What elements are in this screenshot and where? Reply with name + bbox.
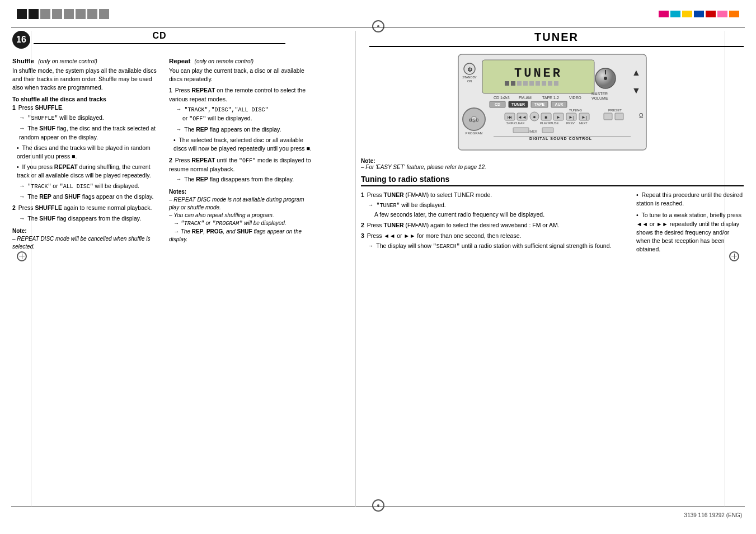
cd-title: CD (152, 31, 166, 41)
shuffle-step1-sub2: → The SHUF flag, the disc and the track … (12, 124, 158, 141)
tuning-step1-sub: → "TUNER" will be displayed. A few secon… (361, 201, 621, 219)
cd-section-header: CD (34, 31, 285, 44)
svg-text:TUNER: TUNER (514, 67, 562, 81)
svg-text:CD: CD (495, 102, 500, 106)
color-sq-magenta (659, 11, 669, 17)
square-light-4 (76, 9, 86, 19)
svg-text:▼: ▼ (632, 86, 641, 95)
svg-text:SKIP/CLEAR: SKIP/CLEAR (506, 121, 524, 125)
svg-text:VOLUME: VOLUME (591, 96, 608, 100)
shuffle-step1-sub1: → "SHUFFLE" will be displayed. (12, 114, 158, 123)
color-sq-pink (717, 11, 727, 17)
svg-text:VIDEO: VIDEO (569, 96, 581, 100)
svg-rect-9 (517, 81, 522, 86)
footer-code: 3139 116 19292 (ENG) (684, 512, 742, 518)
svg-rect-13 (542, 81, 546, 86)
svg-text:TAPE 1-2: TAPE 1-2 (542, 96, 559, 100)
color-sq-cyan (670, 11, 680, 17)
tuning-bullet2: • To tune to a weak station, briefly pre… (632, 211, 744, 254)
repeat-step1-sub1: → "TRACK","DISC","ALL DISC" or "OFF" wil… (169, 105, 314, 124)
svg-text:⏻: ⏻ (467, 67, 472, 72)
svg-rect-64 (513, 128, 529, 133)
tuning-content-columns: 1 Press TUNER (FM•AM) to select TUNER mo… (361, 191, 744, 256)
svg-text:CD 1•2•3: CD 1•2•3 (494, 96, 510, 100)
tuner-section-header: TUNER (369, 31, 744, 47)
square-light-6 (99, 9, 109, 19)
shuffle-column: Shuffle (only on remote control) In shuf… (12, 58, 158, 251)
svg-point-31 (604, 77, 607, 80)
square-light-1 (40, 9, 50, 19)
tuning-steps-column: 1 Press TUNER (FM•AM) to select TUNER mo… (361, 191, 621, 256)
shuffle-bullet2-sub2: → The REP and SHUF flags appear on the d… (12, 193, 158, 201)
svg-rect-15 (554, 81, 558, 86)
svg-text:TUNER: TUNER (511, 102, 525, 106)
tuner-device-svg: ⏻ STANDBY ON TUNER CD 1•2•3 FM-AM TAPE 1… (457, 53, 647, 151)
svg-text:NEXT: NEXT (579, 121, 588, 125)
tuning-title: Tuning to radio stations (361, 175, 744, 186)
shuffle-subsection-title: To shuffle all the discs and tracks (12, 96, 158, 102)
svg-rect-53 (615, 113, 623, 120)
tuning-notes-column: • Repeat this procedure until the desire… (632, 191, 744, 256)
svg-text:DSC: DSC (469, 118, 479, 123)
repeat-step1: 1 Press REPEAT on the remote control to … (169, 86, 314, 103)
svg-text:■: ■ (545, 115, 548, 120)
bottom-compass-mark (372, 499, 384, 512)
svg-text:◄◄: ◄◄ (518, 115, 527, 120)
svg-text:TUNING: TUNING (569, 109, 582, 112)
color-sq-orange (729, 11, 739, 17)
svg-text:AUX: AUX (555, 102, 564, 106)
svg-text:FM-AM: FM-AM (519, 96, 532, 100)
top-bar-colors-right (659, 11, 739, 17)
shuffle-step1: 1 Press SHUFFLE. (12, 104, 158, 112)
cd-content-area: Shuffle (only on remote control) In shuf… (12, 53, 348, 251)
repeat-notes: Notes: – REPEAT DISC mode is not availab… (169, 188, 314, 243)
tuning-step1: 1 Press TUNER (FM•AM) to select TUNER mo… (361, 191, 621, 199)
square-light-3 (64, 9, 74, 19)
svg-text:PLAY/PAUSE: PLAY/PAUSE (540, 121, 559, 125)
square-dark-1 (17, 9, 27, 19)
tuning-step3-sub: → The display will show "SEARCH" until a… (361, 242, 621, 251)
top-horizontal-rule (11, 27, 745, 27)
svg-text:►: ► (556, 115, 561, 120)
left-crosshair (17, 251, 27, 261)
svg-text:STANDBY: STANDBY (462, 76, 477, 79)
svg-rect-65 (542, 128, 553, 133)
svg-text:DIGITAL SOUND CONTROL: DIGITAL SOUND CONTROL (529, 137, 592, 140)
svg-text:TAPE: TAPE (534, 102, 544, 106)
svg-rect-12 (536, 81, 540, 86)
shuffle-bullet2-sub1: → "TRACK" or "ALL DISC" will be displaye… (12, 182, 158, 191)
svg-text:►|: ►| (569, 115, 574, 120)
top-bar-squares-left (17, 9, 109, 19)
svg-text:●: ● (533, 114, 536, 120)
svg-text:▲: ▲ (632, 68, 641, 77)
square-light-2 (52, 9, 62, 19)
tuning-bullet1: • Repeat this procedure until the desire… (632, 191, 744, 208)
svg-text:►|: ►| (581, 115, 587, 120)
svg-text:PRESET: PRESET (608, 109, 622, 112)
tuning-section: Tuning to radio stations 1 Press TUNER (… (361, 175, 744, 256)
repeat-step1-sub2: → The REP flag appears on the display. (169, 125, 314, 134)
page-number-badge: 16 (12, 31, 30, 49)
shuffle-note: Note: – REPEAT DISC mode will be cancell… (12, 227, 158, 251)
section-divider (355, 31, 356, 507)
svg-rect-8 (511, 81, 515, 86)
tuning-step2: 2 Press TUNER (FM•AM) again to select th… (361, 221, 621, 229)
color-sq-red (706, 11, 716, 17)
svg-text:MASTER: MASTER (591, 92, 608, 96)
color-sq-yellow (682, 11, 692, 17)
svg-rect-11 (529, 81, 534, 86)
color-sq-blue (694, 11, 704, 17)
square-dark-2 (29, 9, 39, 19)
shuffle-title: Shuffle (only on remote control) (12, 58, 158, 64)
shuffle-step2-sub: → The SHUF flag disappears from the disp… (12, 214, 158, 223)
repeat-step2-sub: → The REP flag disappears from the displ… (169, 175, 314, 184)
tuner-device-illustration: ⏻ STANDBY ON TUNER CD 1•2•3 FM-AM TAPE 1… (457, 53, 647, 152)
svg-text:PROGRAM: PROGRAM (465, 132, 482, 135)
tuning-step3: 3 Press ◄◄ or ►► for more than one secon… (361, 232, 621, 240)
shuffle-bullet2: • If you press REPEAT during shuffling, … (12, 163, 158, 180)
repeat-step2: 2 Press REPEAT until the "OFF" mode is d… (169, 156, 314, 174)
shuffle-step2: 2 Press SHUFFLE again to resume normal p… (12, 204, 158, 212)
svg-text:ON: ON (467, 79, 472, 83)
shuffle-bullet1: • The discs and the tracks will be playe… (12, 144, 158, 161)
svg-text:PREV: PREV (566, 121, 575, 125)
